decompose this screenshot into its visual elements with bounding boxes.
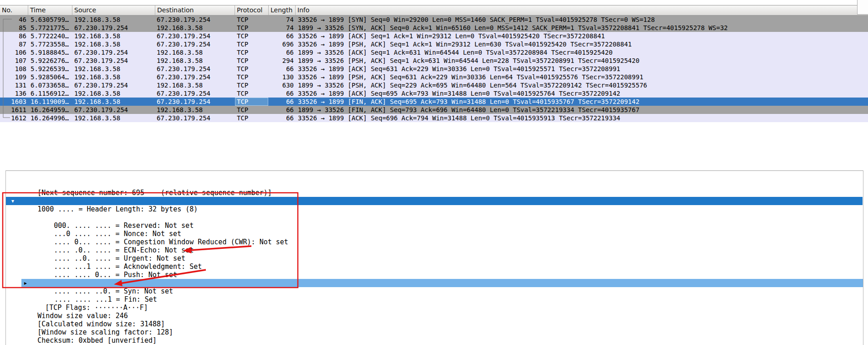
detail-line[interactable]: ...0 .... .... = Nonce: Not set — [6, 213, 863, 221]
column-header-time[interactable]: Time — [28, 5, 72, 15]
cell-no: 87 — [0, 40, 26, 48]
detail-line[interactable]: [Next sequence number: 695 (relative seq… — [6, 172, 863, 180]
cell-time: 6.0733658… — [31, 81, 73, 89]
cell-info: 33526 → 1899 [PSH, ACK] Seq=1 Ack=1 Win=… — [298, 40, 866, 48]
cell-destination: 67.230.179.254 — [157, 73, 234, 81]
cell-no: 109 — [0, 73, 26, 81]
cell-protocol: TCP — [235, 24, 268, 32]
column-header-no[interactable]: No. — [0, 5, 28, 15]
cell-source: 192.168.3.58 — [74, 32, 155, 40]
cell-info: 33526 → 1899 [ACK] Seq=696 Ack=794 Win=3… — [298, 114, 866, 122]
table-row[interactable]: 1603 16.119009… 192.168.3.58 67.230.179.… — [0, 98, 868, 106]
cell-protocol: TCP — [235, 48, 268, 57]
cell-destination: 67.230.179.254 — [157, 89, 234, 98]
cell-no: 107 — [0, 57, 26, 65]
scrollbar-corner — [857, 0, 868, 15]
table-row[interactable]: 86 5.7722240… 192.168.3.58 67.230.179.25… — [0, 32, 868, 40]
cell-no: 1603 — [0, 98, 26, 106]
cell-info: 1899 → 33526 [FIN, ACK] Seq=793 Ack=696 … — [298, 106, 866, 114]
cell-destination: 192.168.3.58 — [157, 48, 234, 57]
cell-no: 106 — [0, 48, 26, 57]
cell-destination: 67.230.179.254 — [157, 65, 234, 73]
cell-protocol: TCP — [235, 73, 268, 81]
cell-destination: 192.168.3.58 — [157, 81, 234, 89]
table-row[interactable]: 109 5.9285064… 192.168.3.58 67.230.179.2… — [0, 73, 868, 81]
cell-source: 192.168.3.58 — [74, 15, 155, 24]
detail-line[interactable]: .... .... .0.. = Reset: Not set — [6, 263, 863, 271]
column-header-length[interactable]: Length — [269, 5, 296, 15]
cell-length: 66 — [268, 114, 294, 122]
cell-info: 1899 → 33526 [SYN, ACK] Seq=0 Ack=1 Win=… — [298, 24, 866, 32]
detail-line[interactable]: .... .... ..0. = Syn: Not set — [6, 271, 863, 279]
cell-info: 33526 → 1899 [SYN] Seq=0 Win=29200 Len=0… — [298, 15, 866, 24]
cell-protocol: TCP — [235, 114, 268, 122]
table-row[interactable]: 1612 16.264996… 192.168.3.58 67.230.179.… — [0, 114, 868, 122]
cell-destination: 67.230.179.254 — [157, 32, 234, 40]
column-header-protocol[interactable]: Protocol — [235, 5, 269, 15]
detail-line[interactable]: .... .0.. .... = ECN-Echo: Not set — [6, 230, 863, 238]
table-row[interactable]: 85 5.7721775… 67.230.179.254 192.168.3.5… — [0, 24, 868, 32]
cell-source: 192.168.3.58 — [74, 65, 155, 73]
table-row[interactable]: 108 5.9226539… 192.168.3.58 67.230.179.2… — [0, 65, 868, 73]
cell-source: 67.230.179.254 — [74, 48, 155, 57]
table-row[interactable]: 46 5.6305799… 192.168.3.58 67.230.179.25… — [0, 15, 868, 24]
column-header-source[interactable]: Source — [72, 5, 155, 15]
cell-info: 33526 → 1899 [ACK] Seq=631 Ack=229 Win=3… — [298, 65, 866, 73]
table-row[interactable]: 136 6.1156912… 192.168.3.58 67.230.179.2… — [0, 89, 868, 98]
cell-source: 67.230.179.254 — [74, 57, 155, 65]
detail-line[interactable]: .... ..0. .... = Urgent: Not set — [6, 238, 863, 246]
cell-time: 5.9285064… — [31, 73, 73, 81]
cell-source: 192.168.3.58 — [74, 40, 155, 48]
expander-triangle-icon[interactable]: ▸ — [24, 279, 27, 287]
detail-line[interactable]: [Calculated window size: 31488] — [6, 304, 863, 312]
column-header-destination[interactable]: Destination — [155, 5, 235, 15]
cell-protocol: TCP — [235, 106, 268, 114]
detail-line[interactable]: .... 0... .... = Congestion Window Reduc… — [6, 221, 863, 230]
detail-line[interactable]: Checksum: 0xbbed [unverified] — [6, 320, 863, 328]
column-header-info[interactable]: Info — [296, 5, 868, 15]
packet-detail-pane: [Next sequence number: 695 (relative seq… — [5, 170, 863, 345]
cell-time: 5.6305799… — [31, 15, 73, 24]
cell-destination: 192.168.3.58 — [157, 57, 234, 65]
cell-no: 86 — [0, 32, 26, 40]
expander-triangle-icon[interactable]: ▾ — [11, 197, 14, 205]
table-row[interactable]: 87 5.7723558… 192.168.3.58 67.230.179.25… — [0, 40, 868, 48]
cell-info: 33526 → 1899 [ACK] Seq=695 Ack=793 Win=3… — [298, 89, 866, 98]
detail-line[interactable]: [TCP Flags: ·······A···F] — [6, 287, 863, 295]
detail-line[interactable]: 1000 .... = Header Length: 32 bytes (8) — [6, 189, 863, 197]
detail-line[interactable]: Urgent pointer: 0 — [6, 336, 863, 345]
cell-time: 16.264996… — [31, 114, 73, 122]
cell-protocol: TCP — [235, 32, 268, 40]
packet-rows: 46 5.6305799… 192.168.3.58 67.230.179.25… — [0, 15, 868, 122]
detail-line[interactable]: .... ...1 .... = Acknowledgment: Set — [6, 246, 863, 254]
cell-length: 294 — [268, 57, 294, 65]
cell-source: 67.230.179.254 — [74, 24, 155, 32]
cell-length: 66 — [268, 89, 294, 98]
cell-protocol: TCP — [235, 89, 268, 98]
cell-no: 108 — [0, 65, 26, 73]
cell-info: 33526 → 1899 [PSH, ACK] Seq=631 Ack=229 … — [298, 73, 866, 81]
cell-no: 1611 — [0, 106, 26, 114]
detail-line[interactable]: 000. .... .... = Reserved: Not set — [6, 205, 863, 213]
cell-destination: 67.230.179.254 — [157, 114, 234, 122]
detail-line[interactable]: .... .... 0... = Push: Not set — [6, 254, 863, 263]
detail-line-fin[interactable]: ▸ .... .... ...1 = Fin: Set — [21, 279, 863, 287]
table-row[interactable]: 131 6.0733658… 67.230.179.254 192.168.3.… — [0, 81, 868, 89]
detail-line-flags[interactable]: ▾ Flags: 0x011 (FIN, ACK) — [6, 197, 863, 205]
cell-no: 1612 — [0, 114, 26, 122]
table-row[interactable]: 106 5.9188845… 67.230.179.254 192.168.3.… — [0, 48, 868, 57]
cell-length: 66 — [268, 48, 294, 57]
detail-line[interactable]: [Window size scaling factor: 128] — [6, 312, 863, 320]
cell-info: 1899 → 33526 [ACK] Seq=1 Ack=631 Win=645… — [298, 48, 866, 57]
detail-line[interactable]: Window size value: 246 — [6, 295, 863, 304]
cell-no: 136 — [0, 89, 26, 98]
detail-line[interactable]: Acknowledgment number: 793 (relative ack… — [6, 180, 863, 189]
table-row[interactable]: 1611 16.264959… 67.230.179.254 192.168.3… — [0, 106, 868, 114]
cell-length: 66 — [268, 98, 294, 106]
cell-time: 6.1156912… — [31, 89, 73, 98]
cell-info: 1899 → 33526 [PSH, ACK] Seq=1 Ack=631 Wi… — [298, 57, 866, 65]
table-row[interactable]: 107 5.9226276… 67.230.179.254 192.168.3.… — [0, 57, 868, 65]
cell-info: 1899 → 33526 [PSH, ACK] Seq=229 Ack=695 … — [298, 81, 866, 89]
detail-line[interactable]: [Checksum Status: Unverified] — [6, 328, 863, 336]
cell-time: 5.9188845… — [31, 48, 73, 57]
